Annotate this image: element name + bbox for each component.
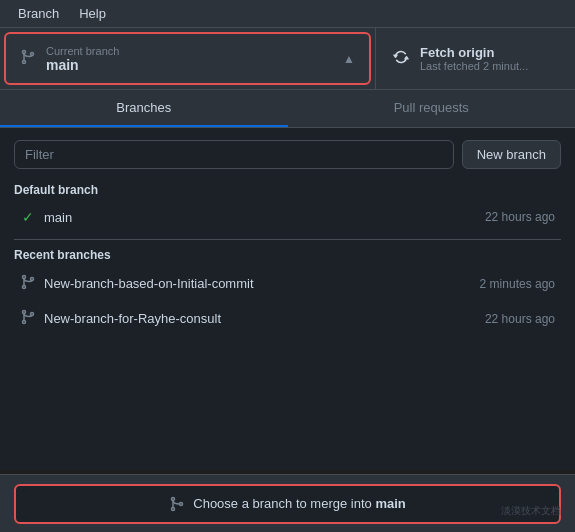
branch-icon xyxy=(20,49,36,69)
fetch-info: Fetch origin Last fetched 2 minut... xyxy=(420,45,528,72)
current-branch-button[interactable]: Current branch main ▲ xyxy=(4,32,371,85)
divider xyxy=(14,239,561,240)
branch-item-name-0: New-branch-based-on-Initial-commit xyxy=(44,276,468,291)
branch-item-0[interactable]: New-branch-based-on-Initial-commit 2 min… xyxy=(14,266,561,301)
branch-item-main[interactable]: ✓ main 22 hours ago xyxy=(14,201,561,233)
main-content: New branch Default branch ✓ main 22 hour… xyxy=(0,128,575,470)
menu-help[interactable]: Help xyxy=(69,2,116,25)
merge-icon xyxy=(169,496,185,512)
branch-info: Current branch main xyxy=(46,45,335,73)
merge-btn-text: Choose a branch to merge into main xyxy=(193,496,405,511)
fetch-origin-button[interactable]: Fetch origin Last fetched 2 minut... xyxy=(375,28,575,89)
fetch-subtitle: Last fetched 2 minut... xyxy=(420,60,528,72)
bottom-bar: Choose a branch to merge into main xyxy=(0,474,575,532)
merge-branch-button[interactable]: Choose a branch to merge into main xyxy=(14,484,561,524)
tab-pull-requests[interactable]: Pull requests xyxy=(288,90,576,127)
new-branch-button[interactable]: New branch xyxy=(462,140,561,169)
checkmark-icon: ✓ xyxy=(20,209,36,225)
default-branch-title: Default branch xyxy=(14,183,561,197)
merge-branch-name: main xyxy=(375,496,405,511)
menu-bar: Branch Help xyxy=(0,0,575,28)
branch-item-time-1: 22 hours ago xyxy=(485,312,555,326)
recent-branches-title: Recent branches xyxy=(14,248,561,262)
git-branch-icon-1 xyxy=(20,309,36,328)
branch-arrow-icon: ▲ xyxy=(343,52,355,66)
branch-item-name-main: main xyxy=(44,210,473,225)
branch-name: main xyxy=(46,57,335,73)
git-branch-icon-0 xyxy=(20,274,36,293)
branch-item-time-main: 22 hours ago xyxy=(485,210,555,224)
top-panel: Current branch main ▲ Fetch origin Last … xyxy=(0,28,575,90)
menu-branch[interactable]: Branch xyxy=(8,2,69,25)
branch-label: Current branch xyxy=(46,45,335,57)
branch-item-1[interactable]: New-branch-for-Rayhe-consult 22 hours ag… xyxy=(14,301,561,336)
tab-branches[interactable]: Branches xyxy=(0,90,288,127)
branch-item-time-0: 2 minutes ago xyxy=(480,277,555,291)
branch-item-name-1: New-branch-for-Rayhe-consult xyxy=(44,311,473,326)
filter-row: New branch xyxy=(14,140,561,169)
filter-input[interactable] xyxy=(14,140,454,169)
tabs-bar: Branches Pull requests xyxy=(0,90,575,128)
sync-icon xyxy=(392,48,410,70)
fetch-title: Fetch origin xyxy=(420,45,528,60)
